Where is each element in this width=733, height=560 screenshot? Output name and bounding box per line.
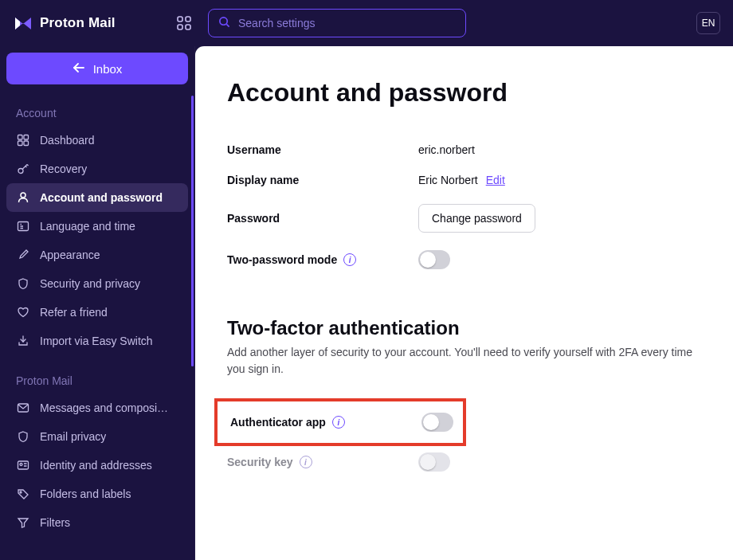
svg-rect-3: [186, 25, 190, 29]
page-title: Account and password: [227, 78, 701, 108]
sidebar: Inbox Account Dashboard Recovery Account…: [0, 46, 195, 560]
sidebar-item-messages[interactable]: Messages and composi…: [6, 394, 188, 422]
inbox-button[interactable]: Inbox: [6, 53, 188, 84]
svg-rect-0: [178, 17, 182, 22]
sidebar-item-filters[interactable]: Filters: [6, 508, 188, 537]
highlight-authenticator-app: Authenticator app i: [214, 398, 466, 446]
tag-icon: [16, 487, 30, 501]
svg-rect-1: [186, 17, 190, 22]
row-username: Username eric.norbert: [227, 143, 701, 156]
authenticator-toggle[interactable]: [421, 413, 453, 432]
username-label: Username: [227, 143, 418, 156]
sidebar-item-label: Identity and addresses: [40, 459, 152, 472]
key-icon: [16, 162, 30, 176]
sidebar-item-dashboard[interactable]: Dashboard: [6, 126, 188, 155]
sidebar-item-recovery[interactable]: Recovery: [6, 155, 188, 183]
svg-rect-8: [24, 135, 29, 140]
svg-rect-2: [178, 25, 182, 29]
svg-point-4: [220, 17, 227, 24]
row-password: Password Change password: [227, 204, 701, 233]
svg-line-13: [27, 165, 29, 166]
password-label: Password: [227, 212, 418, 225]
svg-line-5: [226, 24, 229, 26]
sidebar-item-label: Refer a friend: [40, 306, 108, 319]
sidebar-item-folders[interactable]: Folders and labels: [6, 480, 188, 508]
sidebar-item-label: Filters: [40, 516, 70, 529]
sidebar-item-label: Account and password: [40, 191, 163, 204]
change-password-button[interactable]: Change password: [418, 204, 535, 233]
section-title-account: Account: [6, 99, 188, 126]
language-label: EN: [702, 18, 715, 29]
logo-icon: [13, 13, 33, 33]
apps-grid-icon[interactable]: [176, 15, 192, 31]
search-icon: [218, 16, 230, 31]
row-display-name: Display name Eric Norbert Edit: [227, 174, 701, 186]
envelope-icon: [16, 401, 30, 415]
sidebar-item-label: Dashboard: [40, 134, 95, 147]
username-value: eric.norbert: [418, 143, 475, 156]
row-security-key: Security key i: [227, 452, 701, 472]
scrollbar[interactable]: [191, 96, 194, 366]
sidebar-item-label: Language and time: [40, 220, 135, 233]
sidebar-item-label: Folders and labels: [40, 488, 131, 500]
inbox-label: Inbox: [93, 62, 123, 76]
globe-icon: [16, 219, 30, 233]
security-key-toggle: [418, 452, 450, 472]
sidebar-item-import[interactable]: Import via Easy Switch: [6, 327, 188, 355]
sidebar-item-security[interactable]: Security and privacy: [6, 269, 188, 298]
shield-icon: [16, 429, 30, 444]
sidebar-item-language-time[interactable]: Language and time: [6, 212, 188, 241]
row-authenticator-app: Authenticator app i: [218, 413, 463, 432]
logo-text: Proton Mail: [40, 15, 116, 31]
sidebar-item-label: Messages and composi…: [40, 401, 168, 414]
arrow-left-icon: [73, 62, 85, 76]
info-icon[interactable]: i: [332, 416, 345, 429]
sidebar-item-label: Appearance: [40, 249, 100, 261]
sidebar-item-identity[interactable]: Identity and addresses: [6, 451, 188, 480]
sidebar-item-email-privacy[interactable]: Email privacy: [6, 422, 188, 451]
sidebar-item-account-password[interactable]: Account and password: [6, 183, 188, 212]
svg-point-15: [21, 193, 25, 198]
section-title-protonmail: Proton Mail: [6, 366, 188, 394]
sidebar-item-label: Recovery: [40, 163, 87, 175]
brush-icon: [16, 248, 30, 262]
two-password-toggle[interactable]: [418, 250, 450, 269]
dashboard-icon: [16, 133, 30, 147]
sidebar-item-label: Import via Easy Switch: [40, 335, 153, 347]
user-icon: [16, 190, 30, 205]
sidebar-item-appearance[interactable]: Appearance: [6, 241, 188, 269]
search-settings[interactable]: [208, 9, 466, 37]
display-name-label: Display name: [227, 174, 418, 186]
svg-rect-22: [18, 461, 29, 469]
heart-icon: [16, 305, 30, 319]
svg-point-11: [18, 169, 23, 174]
logo[interactable]: Proton Mail: [8, 13, 116, 33]
id-icon: [16, 458, 30, 472]
sidebar-item-label: Email privacy: [40, 430, 106, 443]
security-key-label: Security key: [227, 456, 293, 468]
tfa-heading: Two-factor authentication: [227, 317, 701, 339]
shield-icon: [16, 276, 30, 291]
filter-icon: [16, 515, 30, 530]
main-content: Account and password Username eric.norbe…: [195, 46, 733, 560]
search-input[interactable]: [238, 17, 456, 29]
svg-rect-7: [18, 135, 23, 140]
svg-rect-10: [24, 141, 29, 146]
svg-point-26: [20, 491, 22, 493]
authenticator-label: Authenticator app: [230, 416, 326, 429]
edit-display-name-link[interactable]: Edit: [486, 174, 505, 186]
sidebar-item-refer[interactable]: Refer a friend: [6, 298, 188, 327]
language-button[interactable]: EN: [696, 12, 720, 34]
tfa-description: Add another layer of security to your ac…: [227, 344, 697, 378]
row-two-password-mode: Two-password mode i: [227, 250, 701, 269]
svg-line-14: [25, 166, 27, 168]
info-icon[interactable]: i: [343, 253, 356, 266]
sidebar-item-label: Security and privacy: [40, 277, 140, 290]
import-icon: [16, 334, 30, 348]
svg-point-23: [20, 464, 22, 466]
svg-rect-9: [18, 141, 23, 146]
two-password-label: Two-password mode: [227, 253, 337, 266]
info-icon[interactable]: i: [300, 456, 312, 468]
display-name-value: Eric Norbert: [418, 174, 478, 186]
